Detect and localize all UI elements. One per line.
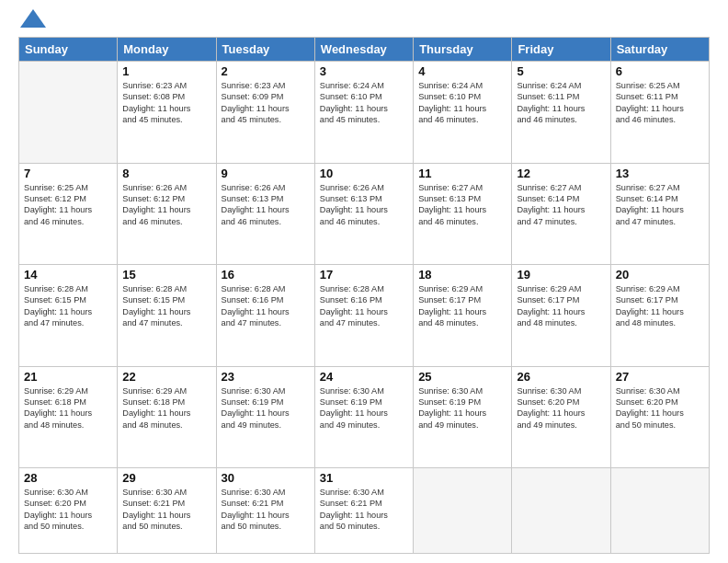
cal-cell: 23Sunrise: 6:30 AM Sunset: 6:19 PM Dayli… — [216, 366, 314, 468]
day-number: 18 — [418, 268, 506, 282]
day-header-thursday: Thursday — [414, 38, 512, 62]
cal-cell: 13Sunrise: 6:27 AM Sunset: 6:14 PM Dayli… — [610, 163, 709, 265]
day-number: 3 — [320, 64, 408, 78]
cal-cell: 21Sunrise: 6:29 AM Sunset: 6:18 PM Dayli… — [19, 366, 118, 468]
cal-cell: 9Sunrise: 6:26 AM Sunset: 6:13 PM Daylig… — [216, 163, 314, 265]
day-number: 14 — [24, 268, 112, 282]
cell-text: Sunrise: 6:24 AM Sunset: 6:11 PM Dayligh… — [517, 80, 605, 126]
cal-cell: 12Sunrise: 6:27 AM Sunset: 6:14 PM Dayli… — [512, 163, 610, 265]
cal-cell — [610, 468, 709, 554]
cal-cell — [414, 468, 512, 554]
cal-cell: 18Sunrise: 6:29 AM Sunset: 6:17 PM Dayli… — [414, 265, 512, 367]
cal-cell: 17Sunrise: 6:28 AM Sunset: 6:16 PM Dayli… — [314, 265, 413, 367]
cal-cell: 16Sunrise: 6:28 AM Sunset: 6:16 PM Dayli… — [216, 265, 314, 367]
cell-text: Sunrise: 6:23 AM Sunset: 6:09 PM Dayligh… — [222, 80, 310, 126]
day-number: 30 — [222, 471, 310, 485]
week-row-1: 1Sunrise: 6:23 AM Sunset: 6:08 PM Daylig… — [19, 62, 710, 164]
day-header-tuesday: Tuesday — [216, 38, 314, 62]
cell-text: Sunrise: 6:30 AM Sunset: 6:21 PM Dayligh… — [122, 487, 210, 533]
day-number: 13 — [616, 167, 704, 180]
day-number: 15 — [122, 268, 210, 282]
cal-cell: 25Sunrise: 6:30 AM Sunset: 6:19 PM Dayli… — [414, 366, 512, 468]
cell-text: Sunrise: 6:24 AM Sunset: 6:10 PM Dayligh… — [320, 80, 408, 126]
cell-text: Sunrise: 6:26 AM Sunset: 6:12 PM Dayligh… — [122, 182, 210, 228]
day-number: 21 — [24, 370, 112, 384]
cal-cell — [19, 62, 118, 164]
cell-text: Sunrise: 6:27 AM Sunset: 6:13 PM Dayligh… — [418, 182, 506, 228]
cell-text: Sunrise: 6:30 AM Sunset: 6:19 PM Dayligh… — [320, 385, 408, 431]
day-number: 17 — [320, 268, 408, 282]
day-number: 29 — [122, 471, 210, 485]
cell-text: Sunrise: 6:30 AM Sunset: 6:20 PM Dayligh… — [616, 385, 704, 431]
cell-text: Sunrise: 6:30 AM Sunset: 6:20 PM Dayligh… — [24, 487, 112, 533]
cell-text: Sunrise: 6:29 AM Sunset: 6:17 PM Dayligh… — [418, 283, 506, 329]
cell-text: Sunrise: 6:27 AM Sunset: 6:14 PM Dayligh… — [616, 182, 704, 228]
cell-text: Sunrise: 6:25 AM Sunset: 6:12 PM Dayligh… — [24, 182, 112, 228]
cell-text: Sunrise: 6:28 AM Sunset: 6:15 PM Dayligh… — [24, 283, 112, 329]
cal-cell: 1Sunrise: 6:23 AM Sunset: 6:08 PM Daylig… — [118, 62, 216, 164]
cell-text: Sunrise: 6:30 AM Sunset: 6:20 PM Dayligh… — [517, 385, 605, 431]
cal-cell: 14Sunrise: 6:28 AM Sunset: 6:15 PM Dayli… — [19, 265, 118, 367]
svg-marker-0 — [20, 9, 46, 28]
cal-cell: 20Sunrise: 6:29 AM Sunset: 6:17 PM Dayli… — [610, 265, 709, 367]
header-row: SundayMondayTuesdayWednesdayThursdayFrid… — [19, 38, 710, 62]
cal-cell: 10Sunrise: 6:26 AM Sunset: 6:13 PM Dayli… — [314, 163, 413, 265]
cal-cell: 24Sunrise: 6:30 AM Sunset: 6:19 PM Dayli… — [314, 366, 413, 468]
day-header-saturday: Saturday — [610, 38, 709, 62]
cal-cell: 19Sunrise: 6:29 AM Sunset: 6:17 PM Dayli… — [512, 265, 610, 367]
cell-text: Sunrise: 6:29 AM Sunset: 6:17 PM Dayligh… — [517, 283, 605, 329]
day-number: 25 — [418, 370, 506, 384]
cal-cell: 29Sunrise: 6:30 AM Sunset: 6:21 PM Dayli… — [118, 468, 216, 554]
calendar-table: SundayMondayTuesdayWednesdayThursdayFrid… — [18, 37, 710, 554]
day-number: 5 — [517, 64, 605, 78]
day-number: 9 — [222, 167, 310, 180]
day-number: 24 — [320, 370, 408, 384]
day-header-friday: Friday — [512, 38, 610, 62]
cell-text: Sunrise: 6:28 AM Sunset: 6:16 PM Dayligh… — [320, 283, 408, 329]
day-number: 16 — [222, 268, 310, 282]
cal-cell: 30Sunrise: 6:30 AM Sunset: 6:21 PM Dayli… — [216, 468, 314, 554]
cal-cell: 3Sunrise: 6:24 AM Sunset: 6:10 PM Daylig… — [314, 62, 413, 164]
day-number: 7 — [24, 167, 112, 180]
cal-cell — [512, 468, 610, 554]
cell-text: Sunrise: 6:30 AM Sunset: 6:19 PM Dayligh… — [222, 385, 310, 431]
cell-text: Sunrise: 6:26 AM Sunset: 6:13 PM Dayligh… — [320, 182, 408, 228]
cal-cell: 28Sunrise: 6:30 AM Sunset: 6:20 PM Dayli… — [19, 468, 118, 554]
day-number: 19 — [517, 268, 605, 282]
day-number: 26 — [517, 370, 605, 384]
logo — [18, 17, 46, 28]
week-row-5: 28Sunrise: 6:30 AM Sunset: 6:20 PM Dayli… — [19, 468, 710, 554]
cell-text: Sunrise: 6:27 AM Sunset: 6:14 PM Dayligh… — [517, 182, 605, 228]
day-number: 31 — [320, 471, 408, 485]
cell-text: Sunrise: 6:24 AM Sunset: 6:10 PM Dayligh… — [418, 80, 506, 126]
day-number: 6 — [616, 64, 704, 78]
page: SundayMondayTuesdayWednesdayThursdayFrid… — [0, 0, 728, 563]
day-number: 28 — [24, 471, 112, 485]
day-number: 4 — [418, 64, 506, 78]
day-number: 27 — [616, 370, 704, 384]
week-row-3: 14Sunrise: 6:28 AM Sunset: 6:15 PM Dayli… — [19, 265, 710, 367]
day-header-sunday: Sunday — [19, 38, 118, 62]
logo-icon — [20, 9, 46, 28]
cell-text: Sunrise: 6:28 AM Sunset: 6:15 PM Dayligh… — [122, 283, 210, 329]
cal-cell: 22Sunrise: 6:29 AM Sunset: 6:18 PM Dayli… — [118, 366, 216, 468]
cal-cell: 27Sunrise: 6:30 AM Sunset: 6:20 PM Dayli… — [610, 366, 709, 468]
cal-cell: 26Sunrise: 6:30 AM Sunset: 6:20 PM Dayli… — [512, 366, 610, 468]
day-number: 12 — [517, 167, 605, 180]
week-row-4: 21Sunrise: 6:29 AM Sunset: 6:18 PM Dayli… — [19, 366, 710, 468]
cal-cell: 6Sunrise: 6:25 AM Sunset: 6:11 PM Daylig… — [610, 62, 709, 164]
cal-cell: 7Sunrise: 6:25 AM Sunset: 6:12 PM Daylig… — [19, 163, 118, 265]
cal-cell: 15Sunrise: 6:28 AM Sunset: 6:15 PM Dayli… — [118, 265, 216, 367]
week-row-2: 7Sunrise: 6:25 AM Sunset: 6:12 PM Daylig… — [19, 163, 710, 265]
cell-text: Sunrise: 6:30 AM Sunset: 6:21 PM Dayligh… — [320, 487, 408, 533]
cell-text: Sunrise: 6:29 AM Sunset: 6:17 PM Dayligh… — [616, 283, 704, 329]
cell-text: Sunrise: 6:28 AM Sunset: 6:16 PM Dayligh… — [222, 283, 310, 329]
cell-text: Sunrise: 6:25 AM Sunset: 6:11 PM Dayligh… — [616, 80, 704, 126]
cell-text: Sunrise: 6:30 AM Sunset: 6:21 PM Dayligh… — [222, 487, 310, 533]
day-number: 8 — [122, 167, 210, 180]
cell-text: Sunrise: 6:23 AM Sunset: 6:08 PM Dayligh… — [122, 80, 210, 126]
cal-cell: 2Sunrise: 6:23 AM Sunset: 6:09 PM Daylig… — [216, 62, 314, 164]
day-number: 11 — [418, 167, 506, 180]
cell-text: Sunrise: 6:26 AM Sunset: 6:13 PM Dayligh… — [222, 182, 310, 228]
day-number: 23 — [222, 370, 310, 384]
